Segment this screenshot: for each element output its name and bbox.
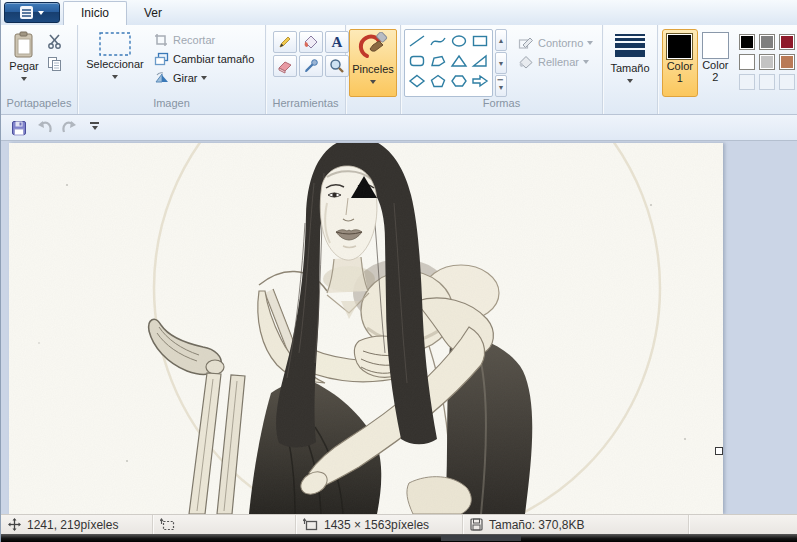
palette-swatch-empty[interactable] xyxy=(739,74,755,90)
copy-button[interactable] xyxy=(44,54,64,74)
fill-tool-button[interactable] xyxy=(299,31,323,53)
shape-outline-button[interactable]: Contorno xyxy=(515,33,596,52)
group-colors: Color 1 Color 2 xyxy=(658,25,797,114)
color1-swatch xyxy=(666,33,693,60)
status-spacer xyxy=(689,515,797,534)
file-size-value: Tamaño: 370,8KB xyxy=(489,518,584,532)
group-label-clipboard: Portapapeles xyxy=(1,97,77,114)
brushes-label: Pinceles xyxy=(352,63,394,75)
customize-toolbar-icon xyxy=(90,122,99,124)
color2-label: Color xyxy=(702,59,728,71)
shape-arrow-right-icon[interactable] xyxy=(470,72,490,90)
canvas-resize-handle[interactable] xyxy=(715,447,723,455)
undo-button[interactable] xyxy=(34,118,54,138)
color-palette xyxy=(739,34,795,97)
group-label-shapes: Formas xyxy=(401,97,602,114)
rotate-icon xyxy=(154,71,169,85)
crop-button[interactable]: Recortar xyxy=(151,30,257,49)
shape-polygon-icon[interactable] xyxy=(428,52,448,70)
ribbon: Pegar xyxy=(1,25,797,115)
window-frame-segment xyxy=(441,535,521,541)
size-button[interactable]: Tamaño xyxy=(606,29,654,97)
crop-label: Recortar xyxy=(173,34,215,46)
group-label-tools: Herramientas xyxy=(266,97,345,114)
shape-ellipse-icon[interactable] xyxy=(449,32,469,50)
shapes-scroll-up-button[interactable]: ▲ xyxy=(495,29,507,51)
save-button[interactable] xyxy=(9,118,29,138)
shapes-more-button[interactable]: ▔▼ xyxy=(495,75,507,97)
eraser-tool-button[interactable] xyxy=(273,55,297,77)
group-image: Seleccionar Recortar xyxy=(78,25,266,114)
brushes-button[interactable]: Pinceles xyxy=(349,29,397,97)
color1-number: 1 xyxy=(677,72,683,84)
resize-button[interactable]: Cambiar tamaño xyxy=(151,49,257,68)
shape-line-icon[interactable] xyxy=(407,32,427,50)
shapes-scroll-down-button[interactable]: ▼ xyxy=(495,52,507,74)
tab-ver[interactable]: Ver xyxy=(127,2,179,25)
tab-inicio[interactable]: Inicio xyxy=(63,1,127,25)
cursor-position-icon xyxy=(8,518,21,531)
quick-access-toolbar xyxy=(1,115,797,141)
status-selection-size xyxy=(153,515,296,534)
select-button[interactable]: Seleccionar xyxy=(81,29,149,97)
group-label-image: Imagen xyxy=(78,97,265,114)
undo-icon xyxy=(36,120,53,135)
shape-triangle-icon[interactable] xyxy=(449,52,469,70)
cut-button[interactable] xyxy=(44,31,64,51)
group-size: Tamaño xyxy=(603,25,658,114)
paste-button[interactable]: Pegar xyxy=(4,29,44,97)
palette-swatch[interactable] xyxy=(759,34,775,50)
copy-icon xyxy=(47,56,62,72)
customize-toolbar-button[interactable] xyxy=(90,122,99,133)
pencil-tool-button[interactable] xyxy=(273,31,297,53)
color-picker-icon xyxy=(303,58,319,74)
cursor-position-value: 1241, 219píxeles xyxy=(27,518,118,532)
rotate-button[interactable]: Girar xyxy=(151,68,257,87)
status-file-size: Tamaño: 370,8KB xyxy=(463,515,689,534)
color1-button[interactable]: Color 1 xyxy=(662,29,698,97)
chevron-down-icon xyxy=(92,126,98,133)
selection-size-icon xyxy=(160,518,175,531)
palette-swatch[interactable] xyxy=(779,54,795,70)
drawing-canvas[interactable] xyxy=(9,143,723,514)
color-picker-tool-button[interactable] xyxy=(299,55,323,77)
brush-icon xyxy=(357,32,389,62)
select-label: Seleccionar xyxy=(86,58,143,70)
palette-swatch-empty[interactable] xyxy=(759,74,775,90)
palette-swatch[interactable] xyxy=(779,34,795,50)
shape-pentagon-icon[interactable] xyxy=(428,72,448,90)
canvas-image xyxy=(9,143,723,514)
shape-curve-icon[interactable] xyxy=(428,32,448,50)
application-menu-button[interactable] xyxy=(4,2,60,23)
shape-right-triangle-icon[interactable] xyxy=(470,52,490,70)
palette-swatch[interactable] xyxy=(739,54,755,70)
image-size-value: 1435 × 1563píxeles xyxy=(324,518,429,532)
chevron-down-icon xyxy=(370,80,376,87)
palette-swatch-empty[interactable] xyxy=(779,74,795,90)
chevron-down-icon xyxy=(587,41,593,48)
paste-label: Pegar xyxy=(9,60,38,72)
palette-swatch[interactable] xyxy=(759,54,775,70)
shape-diamond-icon[interactable] xyxy=(407,72,427,90)
group-brushes: Pinceles xyxy=(346,25,401,114)
chevron-down-icon xyxy=(627,79,633,86)
shape-rounded-rectangle-icon[interactable] xyxy=(407,52,427,70)
magnifier-icon xyxy=(329,58,345,74)
text-icon: A xyxy=(332,34,343,51)
shape-hexagon-icon[interactable] xyxy=(449,72,469,90)
group-clipboard: Pegar xyxy=(1,25,78,114)
color2-button[interactable]: Color 2 xyxy=(698,29,733,97)
redo-icon xyxy=(61,120,78,135)
chevron-down-icon xyxy=(201,76,207,83)
image-size-icon xyxy=(303,518,318,531)
redo-button[interactable] xyxy=(59,118,79,138)
palette-swatch[interactable] xyxy=(739,34,755,50)
scissors-icon xyxy=(47,34,62,49)
color2-swatch xyxy=(702,32,729,59)
shape-rectangle-icon[interactable] xyxy=(470,32,490,50)
work-area xyxy=(1,141,797,514)
chevron-down-icon xyxy=(21,77,27,84)
shape-fill-button[interactable]: Rellenar xyxy=(515,52,596,71)
sketch-grain-overlay xyxy=(9,143,723,514)
select-rectangle-icon xyxy=(98,31,132,57)
